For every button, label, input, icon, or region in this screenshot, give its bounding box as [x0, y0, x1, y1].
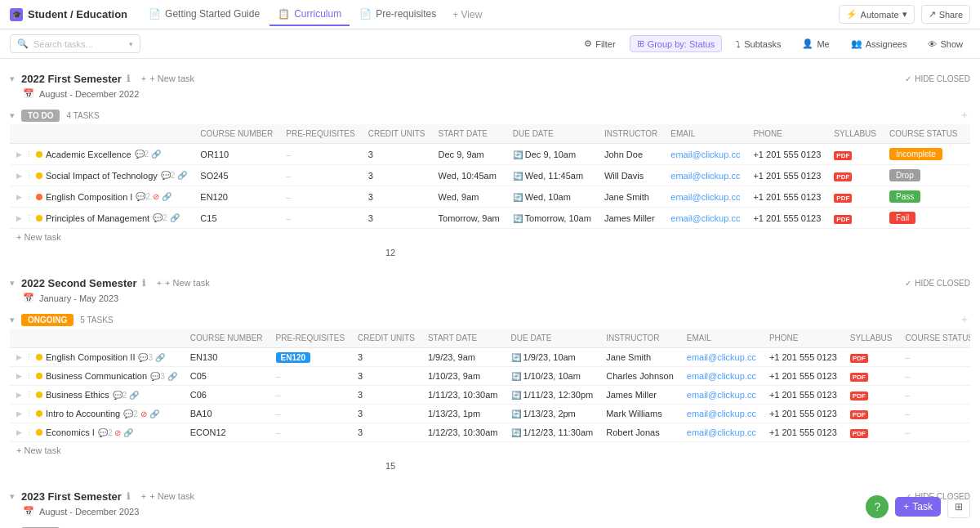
drag-icon: ⋮ [25, 214, 33, 222]
task-name-cell: ▶ ⋮ English Composition I 💬2⊘🔗 [10, 186, 194, 208]
link-icon[interactable]: 🔗 [155, 353, 165, 362]
link-icon[interactable]: 🔗 [151, 150, 161, 159]
expand-icon[interactable]: ▶ [16, 172, 22, 180]
section-toggle-second[interactable]: ▾ [10, 278, 15, 289]
pdf-icon: PDF [850, 429, 868, 438]
tab-curriculum[interactable]: 📋 Curriculum [270, 3, 350, 26]
task-name-text[interactable]: English Composition II [46, 352, 135, 362]
syllabus-cell: PDF [844, 423, 899, 442]
task-name-text[interactable]: Business Communication [46, 371, 147, 381]
comment-icon[interactable]: 💬2 [123, 409, 138, 418]
comment-icon[interactable]: 💬2 [113, 391, 127, 400]
drag-icon: ⋮ [25, 172, 33, 180]
link-icon[interactable]: 🔗 [129, 391, 139, 400]
expand-icon[interactable]: ▶ [16, 353, 22, 361]
todo-header-first: ▾ TO DO 4 TASKS ＋ [10, 104, 970, 124]
comment-icon[interactable]: 💬2 [136, 192, 150, 201]
calendar-icon-2023: 📅 [23, 506, 34, 517]
task-name-text[interactable]: Social Impact of Technology [46, 171, 158, 181]
credits-cell: 3 [362, 208, 432, 229]
th-instructor: INSTRUCTOR [598, 124, 664, 144]
section-info-icon-second[interactable]: ℹ [142, 278, 145, 289]
drag-icon: ⋮ [25, 428, 33, 436]
instructor-cell: Jane Smith [598, 186, 664, 208]
phone-cell: +1 201 555 0123 [763, 405, 844, 423]
show-btn[interactable]: 👁 Show [920, 36, 970, 52]
task-icons: 💬2🔗 [113, 391, 140, 400]
todo-toggle[interactable]: ▾ [10, 110, 15, 121]
main-content: ▾ 2022 First Semester ℹ + + New task ✓ H… [0, 59, 980, 528]
expand-icon[interactable]: ▶ [16, 214, 22, 222]
expand-icon[interactable]: ▶ [16, 428, 22, 436]
comment-icon[interactable]: 💬2 [161, 171, 176, 180]
automate-btn[interactable]: ⚡ Automate ▾ [839, 5, 915, 24]
tab-getting-started[interactable]: 📄 Getting Started Guide [140, 3, 268, 26]
link-icon[interactable]: 🔗 [162, 192, 172, 201]
comment-icon[interactable]: 💬2 [153, 213, 167, 222]
add-task-floating-btn[interactable]: + Task [895, 497, 941, 517]
new-task-btn-first[interactable]: + + New task [136, 72, 199, 85]
syllabus-cell: PDF [827, 208, 883, 229]
filter-btn[interactable]: ⚙ Filter [577, 35, 622, 52]
section-date-2023: 📅 August - December 2023 [10, 506, 970, 517]
calendar-icon: 📅 [23, 88, 34, 99]
comment-icon[interactable]: 💬2 [98, 428, 113, 437]
new-task-btn-second[interactable]: + + New task [152, 276, 215, 289]
comment-icon[interactable]: 💬3 [138, 353, 153, 362]
section-toggle[interactable]: ▾ [10, 74, 15, 84]
add-column-btn[interactable]: ＋ [959, 108, 970, 123]
hide-closed-btn-first[interactable]: ✓ HIDE CLOSED [905, 74, 970, 83]
link-icon[interactable]: 🔗 [177, 171, 187, 180]
subtasks-btn[interactable]: ⤵ Subtasks [728, 36, 788, 52]
semester-cell: First Sem 2021 [964, 186, 970, 208]
task-name-text[interactable]: Intro to Accounting [46, 409, 120, 418]
help-btn[interactable]: ? [866, 495, 889, 518]
task-name-text[interactable]: English Composition I [46, 192, 132, 202]
link-icon[interactable]: 🔗 [170, 213, 180, 222]
task-name-text[interactable]: Academic Excellence [46, 150, 131, 159]
task-name-text[interactable]: Economics I [46, 427, 95, 437]
section-2023-first-header: ▾ 2023 First Semester ℹ + + New task ✓ H… [10, 483, 970, 506]
ongoing-task-count: 5 TASKS [80, 315, 113, 324]
expand-icon[interactable]: ▶ [16, 193, 22, 201]
ongoing-toggle[interactable]: ▾ [10, 315, 15, 325]
show-icon: 👁 [928, 39, 937, 49]
search-box[interactable]: 🔍 Search tasks... ▾ [10, 34, 140, 53]
expand-icon[interactable]: ▶ [16, 409, 22, 418]
plus-icon-second: + [157, 278, 162, 288]
instructor-cell: Will Davis [598, 165, 664, 186]
hide-closed-btn-second[interactable]: ✓ HIDE CLOSED [905, 279, 970, 288]
task-name-cell: ▶ ⋮ Business Communication 💬3🔗 [10, 367, 184, 386]
task-name-text[interactable]: Principles of Management [46, 213, 149, 223]
add-row-first[interactable]: + New task [10, 229, 970, 245]
task-icons: 💬2🔗 [135, 150, 162, 159]
link-icon[interactable]: 🔗 [167, 372, 177, 381]
add-view-btn[interactable]: + View [446, 4, 488, 25]
new-task-btn-2023[interactable]: + + New task [136, 490, 199, 503]
semester-cell: To Retake [964, 144, 970, 165]
me-btn[interactable]: 👤 Me [795, 35, 836, 52]
task-name-text[interactable]: Business Ethics [46, 390, 109, 400]
section-toggle-2023[interactable]: ▾ [10, 491, 15, 502]
add-column-btn-second[interactable]: ＋ [959, 312, 970, 327]
share-btn[interactable]: ↗ Share [921, 5, 970, 24]
section-title-second: 2022 Second Semester ℹ [21, 277, 145, 289]
task-dot [36, 194, 42, 200]
assignees-btn[interactable]: 👥 Assignees [844, 35, 915, 52]
comment-icon[interactable]: 💬2 [135, 150, 149, 159]
expand-icon[interactable]: ▶ [16, 391, 22, 399]
prereq-cell: – [270, 367, 351, 386]
phone-cell: +1 201 555 0123 [763, 367, 844, 386]
group-by-btn[interactable]: ⊞ Group by: Status [630, 35, 723, 52]
course-status-badge: Drop [889, 169, 920, 181]
tab-pre-requisites[interactable]: 📄 Pre-requisites [351, 3, 444, 26]
section-info-icon-2023[interactable]: ℹ [127, 491, 130, 502]
comment-icon[interactable]: 💬3 [150, 372, 165, 381]
add-row-second[interactable]: + New task [10, 442, 970, 459]
expand-icon[interactable]: ▶ [16, 150, 22, 159]
section-info-icon[interactable]: ℹ [127, 74, 130, 84]
link-icon[interactable]: 🔗 [149, 409, 159, 418]
expand-icon[interactable]: ▶ [16, 372, 22, 380]
expand-btn[interactable]: ⊞ [947, 495, 970, 518]
link-icon[interactable]: 🔗 [123, 428, 133, 437]
